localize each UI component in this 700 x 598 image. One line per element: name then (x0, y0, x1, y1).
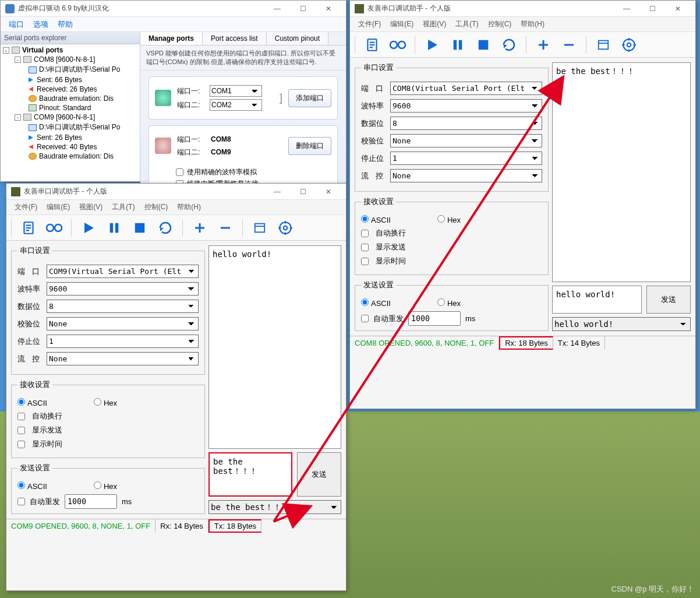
menu-port[interactable]: 端口 (4, 17, 29, 32)
maximize-button[interactable]: ☐ (290, 184, 316, 199)
send-button[interactable]: 发送 (297, 452, 341, 497)
delete-port-button[interactable]: 删除端口 (288, 137, 331, 155)
window-icon[interactable] (595, 36, 612, 54)
tree-item[interactable]: Sent: 66 Bytes (1, 75, 140, 85)
settings-icon[interactable] (277, 219, 294, 237)
showsend-checkbox[interactable] (361, 244, 369, 251)
play-icon[interactable] (423, 36, 441, 54)
close-button[interactable]: ✕ (316, 1, 341, 16)
menu-view[interactable]: 视图(V) (75, 200, 107, 214)
tree-item[interactable]: Baudrate emulation: Dis (1, 152, 140, 161)
menu-tools[interactable]: 工具(T) (107, 200, 139, 214)
autosend-checkbox[interactable] (17, 498, 25, 505)
baud-select[interactable]: 9600 (47, 282, 199, 296)
close-button[interactable]: ✕ (665, 1, 691, 16)
showtime-checkbox[interactable] (17, 441, 25, 448)
tree-item[interactable]: Baudrate emulation: Dis (1, 94, 140, 103)
record-icon[interactable] (45, 219, 63, 237)
settings-icon[interactable] (620, 36, 638, 54)
tree-item[interactable]: D:\串口调试助手\Serial Po (1, 64, 140, 75)
stopbits-select[interactable]: 1 (47, 335, 199, 348)
port2-select[interactable]: COM2 (210, 99, 262, 111)
flow-select[interactable]: None (390, 169, 542, 182)
history-select[interactable]: be the best！！！ (208, 500, 341, 514)
showtime-checkbox[interactable] (361, 258, 369, 265)
collapse-icon[interactable]: - (15, 114, 21, 121)
pause-icon[interactable] (105, 219, 123, 237)
tree-item[interactable]: Pinout: Standard (1, 103, 140, 112)
receive-textarea[interactable]: hello world! (208, 245, 341, 449)
play-icon[interactable] (80, 219, 97, 237)
record-icon[interactable] (389, 36, 406, 54)
send-hex-radio[interactable] (94, 481, 101, 489)
parity-select[interactable]: None (390, 134, 542, 147)
menu-help[interactable]: 帮助 (53, 17, 77, 32)
pause-icon[interactable] (449, 36, 466, 54)
new-file-icon[interactable] (363, 36, 381, 54)
stop-icon[interactable] (131, 219, 149, 237)
menu-help[interactable]: 帮助(H) (516, 17, 549, 31)
minimize-button[interactable]: — (264, 184, 290, 199)
autosend-interval-input[interactable] (65, 494, 117, 509)
send-hex-radio[interactable] (437, 298, 445, 306)
autowrap-checkbox[interactable] (361, 230, 369, 237)
tree-item[interactable]: Received: 40 Bytes (1, 142, 140, 152)
showsend-checkbox[interactable] (17, 427, 25, 434)
recv-hex-radio[interactable] (437, 215, 445, 223)
tab-port-access-list[interactable]: Port access list (203, 32, 267, 45)
tree-com8[interactable]: -COM8 [9600-N-8-1] (1, 55, 140, 64)
flow-select[interactable]: None (47, 352, 199, 365)
menu-view[interactable]: 视图(V) (418, 17, 451, 31)
send-textarea[interactable]: hello world! (552, 286, 642, 314)
tree-item[interactable]: D:\串口调试助手\Serial Po (1, 122, 140, 133)
autosend-checkbox[interactable] (361, 315, 369, 322)
maximize-button[interactable]: ☐ (290, 1, 316, 16)
baud-select[interactable]: 9600 (390, 99, 542, 112)
tree-item[interactable]: Received: 26 Bytes (1, 85, 140, 94)
collapse-icon[interactable]: - (3, 47, 9, 54)
new-file-icon[interactable] (20, 219, 37, 237)
send-ascii-radio[interactable] (361, 298, 369, 306)
autosend-interval-input[interactable] (408, 311, 461, 326)
serial-b-titlebar[interactable]: 友善串口调试助手 - 个人版 — ☐ ✕ (350, 1, 695, 17)
menu-file[interactable]: 文件(F) (10, 200, 42, 214)
menu-edit[interactable]: 编辑(E) (42, 200, 75, 214)
recv-ascii-radio[interactable] (17, 398, 25, 406)
recv-hex-radio[interactable] (94, 398, 101, 406)
send-ascii-radio[interactable] (17, 481, 25, 489)
history-select[interactable]: hello world! (552, 317, 691, 331)
plus-icon[interactable] (191, 219, 208, 237)
tree-com9[interactable]: -COM9 [9600-N-8-1] (1, 112, 140, 122)
tree-item[interactable]: Sent: 26 Bytes (1, 133, 140, 142)
vspd-titlebar[interactable]: 虚拟串口驱动 6.9 by耿川汉化 — ☐ ✕ (1, 1, 346, 17)
recv-ascii-radio[interactable] (361, 215, 369, 223)
parity-select[interactable]: None (47, 317, 199, 330)
minus-icon[interactable] (560, 36, 578, 54)
precise-baud-checkbox[interactable] (176, 168, 183, 176)
minimize-button[interactable]: — (614, 1, 639, 16)
minimize-button[interactable]: — (264, 1, 290, 16)
menu-options[interactable]: 选项 (29, 17, 53, 32)
menu-control[interactable]: 控制(C) (140, 200, 173, 214)
menu-edit[interactable]: 编辑(E) (386, 17, 418, 31)
menu-tools[interactable]: 工具(T) (451, 17, 483, 31)
tab-custom-pinout[interactable]: Custom pinout (267, 32, 328, 45)
tab-manage-ports[interactable]: Manage ports (140, 32, 203, 45)
port1-select[interactable]: COM1 (210, 85, 262, 97)
databits-select[interactable]: 8 (47, 300, 199, 313)
send-button[interactable]: 发送 (646, 286, 691, 314)
refresh-icon[interactable] (157, 219, 174, 237)
maximize-button[interactable]: ☐ (639, 1, 665, 16)
port-select[interactable]: COM8(Virtual Serial Port (Elt (390, 82, 542, 95)
stopbits-select[interactable]: 1 (390, 152, 542, 165)
stop-icon[interactable] (475, 36, 492, 54)
databits-select[interactable]: 8 (390, 117, 542, 130)
serial-a-titlebar[interactable]: 友善串口调试助手 - 个人版 — ☐ ✕ (6, 184, 346, 200)
window-icon[interactable] (251, 219, 268, 237)
send-textarea[interactable]: be the best！！！ (208, 452, 292, 497)
receive-textarea[interactable]: be the best！！！ (552, 62, 691, 282)
autowrap-checkbox[interactable] (17, 413, 25, 420)
minus-icon[interactable] (217, 219, 234, 237)
refresh-icon[interactable] (500, 36, 518, 54)
collapse-icon[interactable]: - (15, 57, 21, 63)
